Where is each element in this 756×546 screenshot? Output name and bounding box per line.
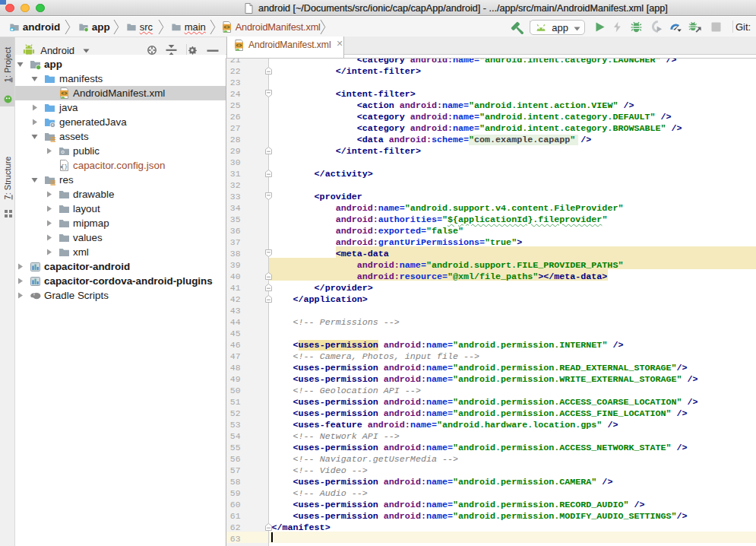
svg-text:<>: <> — [224, 24, 230, 30]
svg-text:<>: <> — [236, 43, 242, 49]
svg-text:<>: <> — [62, 91, 68, 97]
